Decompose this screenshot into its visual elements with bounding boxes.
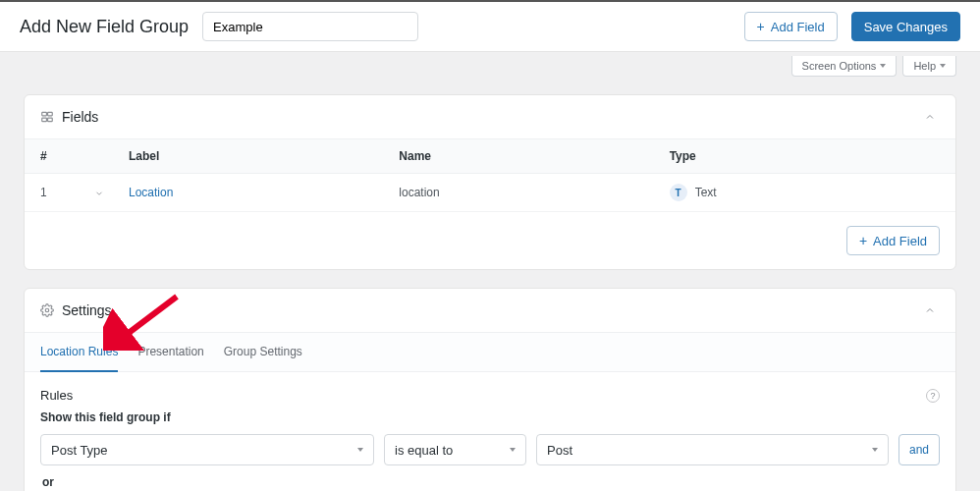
fields-icon [40, 110, 54, 124]
rule-value-select[interactable]: Post [536, 434, 889, 465]
collapse-settings-toggle[interactable] [920, 300, 940, 320]
or-label: or [42, 475, 938, 489]
caret-down-icon [880, 64, 886, 68]
screen-options-toggle[interactable]: Screen Options [791, 56, 898, 77]
rule-operator-value: is equal to [395, 443, 453, 458]
tab-location-rules[interactable]: Location Rules [40, 333, 118, 372]
fields-panel-title: Fields [62, 109, 98, 125]
fields-table-header: # Label Name Type [25, 138, 955, 174]
col-num: # [40, 149, 94, 163]
tab-presentation[interactable]: Presentation [137, 333, 203, 371]
add-field-button[interactable]: + Add Field [744, 12, 838, 41]
settings-panel-head: Settings [25, 289, 955, 332]
rule-operator-select[interactable]: is equal to [384, 434, 526, 465]
screen-options-row: Screen Options Help [0, 52, 980, 77]
page-title: Add New Field Group [20, 17, 189, 37]
chevron-down-icon[interactable] [94, 188, 104, 197]
type-badge-icon: T [670, 184, 687, 201]
fields-panel: Fields # Label Name Type 1 Location loca… [24, 94, 956, 270]
and-button[interactable]: and [898, 434, 940, 465]
rule-param-value: Post Type [51, 443, 108, 458]
fields-panel-head: Fields [25, 95, 955, 138]
collapse-fields-toggle[interactable] [920, 107, 940, 127]
col-type: Type [670, 149, 940, 163]
save-changes-button[interactable]: Save Changes [851, 12, 960, 41]
field-label-link[interactable]: Location [129, 186, 399, 199]
rule-param-select[interactable]: Post Type [40, 434, 374, 465]
rules-subtitle: Show this field group if [40, 410, 940, 424]
field-type-cell: T Text [670, 184, 940, 201]
save-changes-label: Save Changes [864, 20, 948, 34]
help-toggle[interactable]: Help [902, 56, 956, 77]
settings-panel-title: Settings [62, 302, 112, 318]
svg-rect-0 [42, 112, 47, 116]
chevron-down-icon [357, 448, 363, 452]
gear-icon [40, 303, 54, 317]
rule-row: Post Type is equal to Post and [40, 434, 940, 465]
svg-rect-2 [42, 118, 47, 122]
field-name-text: location [399, 186, 669, 199]
settings-tabs: Location Rules Presentation Group Settin… [25, 332, 955, 372]
svg-rect-1 [48, 112, 53, 116]
plus-icon: + [757, 20, 765, 33]
fields-panel-footer: + Add Field [25, 212, 955, 269]
rule-value: Post [547, 443, 572, 458]
screen-options-label: Screen Options [802, 60, 877, 72]
and-label: and [909, 443, 929, 457]
add-field-button-label: Add Field [771, 20, 825, 34]
svg-rect-3 [48, 118, 53, 122]
chevron-down-icon [510, 448, 516, 452]
col-name: Name [399, 149, 669, 163]
col-label: Label [129, 149, 399, 163]
caret-down-icon [940, 64, 946, 68]
tab-group-settings[interactable]: Group Settings [224, 333, 302, 371]
add-field-footer-label: Add Field [873, 234, 927, 248]
add-field-button-footer[interactable]: + Add Field [846, 226, 940, 255]
page-header: Add New Field Group + Add Field Save Cha… [0, 0, 980, 52]
plus-icon: + [859, 234, 867, 247]
row-number: 1 [40, 186, 94, 199]
svg-point-4 [45, 308, 49, 312]
table-row[interactable]: 1 Location location T Text [25, 174, 955, 212]
rules-heading: Rules [40, 388, 73, 403]
settings-panel: Settings Location Rules Presentation Gro… [24, 288, 956, 491]
chevron-down-icon [872, 448, 878, 452]
field-type-name: Text [695, 186, 717, 199]
help-label: Help [913, 60, 936, 72]
help-icon[interactable]: ? [926, 389, 940, 403]
field-group-title-input[interactable] [202, 12, 418, 41]
settings-body: Rules ? Show this field group if Post Ty… [25, 372, 955, 491]
